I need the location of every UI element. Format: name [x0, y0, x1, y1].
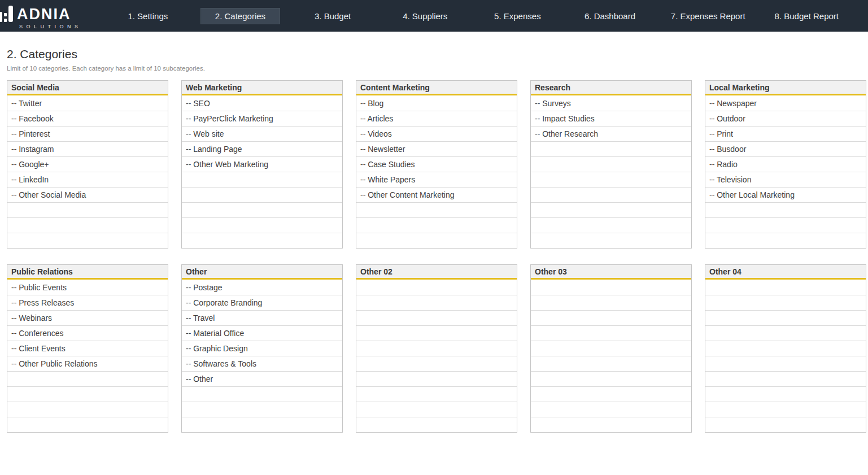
- tab-dashboard[interactable]: 6. Dashboard: [564, 8, 656, 24]
- tab-expenses[interactable]: 5. Expenses: [472, 8, 564, 24]
- subcategory-cell[interactable]: -- Pinterest: [7, 126, 168, 141]
- category-header-cell[interactable]: Public Relations: [7, 265, 168, 280]
- subcategory-cell[interactable]: -- Newspaper: [705, 95, 866, 111]
- subcategory-cell[interactable]: [705, 295, 866, 310]
- subcategory-cell[interactable]: -- Television: [705, 172, 866, 187]
- subcategory-cell[interactable]: [531, 325, 691, 341]
- subcategory-cell[interactable]: -- Press Releases: [7, 295, 168, 310]
- subcategory-cell[interactable]: [531, 417, 691, 432]
- subcategory-cell[interactable]: [705, 325, 866, 341]
- tab-categories[interactable]: 2. Categories: [194, 8, 287, 24]
- subcategory-cell[interactable]: [356, 356, 517, 371]
- subcategory-cell[interactable]: -- Public Events: [7, 280, 168, 295]
- subcategory-cell[interactable]: [182, 217, 342, 233]
- subcategory-cell[interactable]: [356, 386, 517, 402]
- subcategory-cell[interactable]: [531, 341, 691, 356]
- category-header-cell[interactable]: Other 03: [531, 265, 691, 280]
- category-header-cell[interactable]: Content Marketing: [356, 81, 517, 95]
- tab-expenses-report[interactable]: 7. Expenses Report: [656, 8, 760, 24]
- subcategory-cell[interactable]: -- Facebook: [7, 111, 168, 126]
- subcategory-cell[interactable]: [531, 202, 691, 217]
- subcategory-cell[interactable]: [182, 202, 342, 217]
- subcategory-cell[interactable]: [531, 156, 691, 172]
- subcategory-cell[interactable]: [531, 172, 691, 187]
- subcategory-cell[interactable]: [705, 233, 866, 248]
- subcategory-cell[interactable]: -- Articles: [356, 111, 517, 126]
- subcategory-cell[interactable]: [7, 402, 168, 417]
- subcategory-cell[interactable]: [531, 280, 691, 295]
- subcategory-cell[interactable]: -- Busdoor: [705, 141, 866, 156]
- subcategory-cell[interactable]: -- Other: [182, 371, 342, 386]
- subcategory-cell[interactable]: [356, 371, 517, 386]
- subcategory-cell[interactable]: [182, 187, 342, 202]
- subcategory-cell[interactable]: [531, 371, 691, 386]
- subcategory-cell[interactable]: -- Radio: [705, 156, 866, 172]
- subcategory-cell[interactable]: [705, 417, 866, 432]
- subcategory-cell[interactable]: -- Instagram: [7, 141, 168, 156]
- subcategory-cell[interactable]: -- Case Studies: [356, 156, 517, 172]
- subcategory-cell[interactable]: -- Other Web Marketing: [182, 156, 342, 172]
- subcategory-cell[interactable]: [182, 172, 342, 187]
- subcategory-cell[interactable]: [7, 417, 168, 432]
- subcategory-cell[interactable]: -- Newsletter: [356, 141, 517, 156]
- subcategory-cell[interactable]: [531, 217, 691, 233]
- subcategory-cell[interactable]: [182, 417, 342, 432]
- subcategory-cell[interactable]: [7, 371, 168, 386]
- subcategory-cell[interactable]: -- Other Local Marketing: [705, 187, 866, 202]
- subcategory-cell[interactable]: -- PayPerClick Marketing: [182, 111, 342, 126]
- subcategory-cell[interactable]: [705, 356, 866, 371]
- subcategory-cell[interactable]: [705, 402, 866, 417]
- subcategory-cell[interactable]: [356, 280, 517, 295]
- subcategory-cell[interactable]: [356, 310, 517, 325]
- subcategory-cell[interactable]: [531, 402, 691, 417]
- category-header-cell[interactable]: Web Marketing: [182, 81, 342, 95]
- subcategory-cell[interactable]: -- Blog: [356, 95, 517, 111]
- tab-settings[interactable]: 1. Settings: [102, 8, 194, 24]
- subcategory-cell[interactable]: [356, 295, 517, 310]
- subcategory-cell[interactable]: [7, 233, 168, 248]
- subcategory-cell[interactable]: [531, 141, 691, 156]
- category-header-cell[interactable]: Other 02: [356, 265, 517, 280]
- subcategory-cell[interactable]: -- Surveys: [531, 95, 691, 111]
- subcategory-cell[interactable]: -- Postage: [182, 280, 342, 295]
- subcategory-cell[interactable]: -- LinkedIn: [7, 172, 168, 187]
- category-header-cell[interactable]: Local Marketing: [705, 81, 866, 95]
- subcategory-cell[interactable]: [7, 202, 168, 217]
- subcategory-cell[interactable]: [356, 341, 517, 356]
- subcategory-cell[interactable]: -- Impact Studies: [531, 111, 691, 126]
- subcategory-cell[interactable]: [182, 233, 342, 248]
- subcategory-cell[interactable]: [705, 202, 866, 217]
- subcategory-cell[interactable]: [705, 217, 866, 233]
- category-header-cell[interactable]: Other: [182, 265, 342, 280]
- subcategory-cell[interactable]: [531, 386, 691, 402]
- subcategory-cell[interactable]: [356, 217, 517, 233]
- subcategory-cell[interactable]: [705, 341, 866, 356]
- subcategory-cell[interactable]: -- Outdoor: [705, 111, 866, 126]
- subcategory-cell[interactable]: [705, 371, 866, 386]
- subcategory-cell[interactable]: [531, 295, 691, 310]
- subcategory-cell[interactable]: [356, 202, 517, 217]
- subcategory-cell[interactable]: [356, 402, 517, 417]
- subcategory-cell[interactable]: [182, 386, 342, 402]
- subcategory-cell[interactable]: -- Travel: [182, 310, 342, 325]
- category-header-cell[interactable]: Research: [531, 81, 691, 95]
- category-header-cell[interactable]: Social Media: [7, 81, 168, 95]
- subcategory-cell[interactable]: [356, 417, 517, 432]
- subcategory-cell[interactable]: -- White Papers: [356, 172, 517, 187]
- subcategory-cell[interactable]: -- Material Office: [182, 325, 342, 341]
- subcategory-cell[interactable]: [705, 280, 866, 295]
- subcategory-cell[interactable]: [705, 386, 866, 402]
- tab-suppliers[interactable]: 4. Suppliers: [379, 8, 472, 24]
- subcategory-cell[interactable]: -- Videos: [356, 126, 517, 141]
- subcategory-cell[interactable]: -- Print: [705, 126, 866, 141]
- subcategory-cell[interactable]: -- Other Content Marketing: [356, 187, 517, 202]
- subcategory-cell[interactable]: [531, 356, 691, 371]
- subcategory-cell[interactable]: -- Other Research: [531, 126, 691, 141]
- subcategory-cell[interactable]: [531, 187, 691, 202]
- subcategory-cell[interactable]: -- SEO: [182, 95, 342, 111]
- subcategory-cell[interactable]: -- Softwares & Tools: [182, 356, 342, 371]
- subcategory-cell[interactable]: [7, 386, 168, 402]
- subcategory-cell[interactable]: -- Twitter: [7, 95, 168, 111]
- subcategory-cell[interactable]: [705, 310, 866, 325]
- subcategory-cell[interactable]: -- Webinars: [7, 310, 168, 325]
